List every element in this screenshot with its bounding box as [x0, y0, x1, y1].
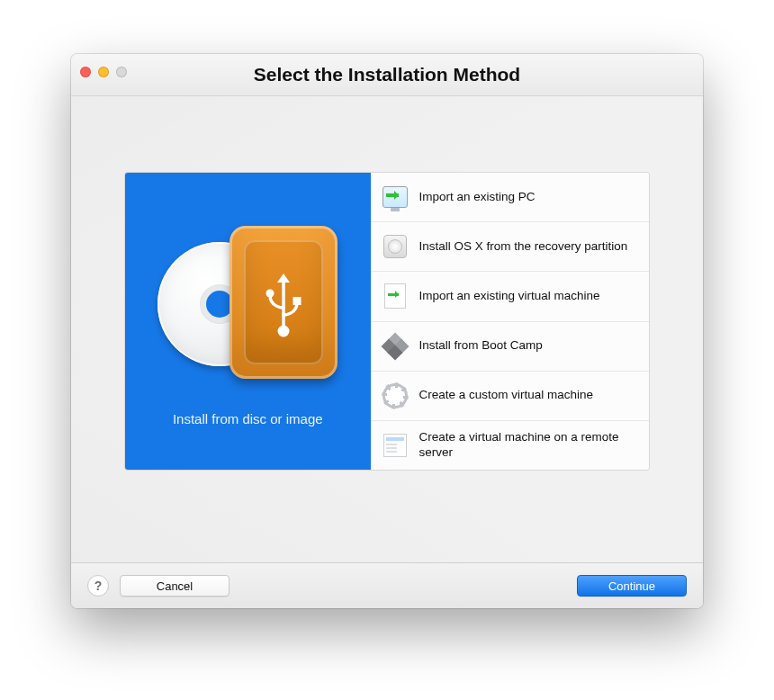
document-import-icon [382, 283, 409, 310]
monitor-import-icon [382, 184, 409, 211]
server-document-icon [382, 432, 409, 459]
content-area: Install from disc or image Import an exi… [71, 96, 703, 562]
option-boot-camp[interactable]: Install from Boot Camp [371, 322, 650, 372]
minimize-window-button[interactable] [98, 67, 109, 77]
svg-point-3 [278, 325, 290, 337]
option-remote-vm[interactable]: Create a virtual machine on a remote ser… [371, 421, 650, 470]
option-remote-vm-label: Create a virtual machine on a remote ser… [419, 430, 639, 461]
zoom-window-button[interactable] [116, 67, 127, 77]
window-controls [80, 67, 127, 77]
option-custom-vm[interactable]: Create a custom virtual machine [371, 372, 650, 421]
option-install-from-disc[interactable]: Install from disc or image [125, 173, 371, 470]
option-import-pc-label: Import an existing PC [419, 190, 536, 205]
option-install-from-disc-label: Install from disc or image [173, 411, 323, 426]
hard-drive-icon [382, 233, 409, 260]
svg-point-1 [266, 289, 274, 297]
footer-bar: ? Cancel Continue [71, 562, 703, 608]
option-install-recovery[interactable]: Install OS X from the recovery partition [371, 222, 650, 272]
option-import-vm[interactable]: Import an existing virtual machine [371, 272, 650, 321]
installer-window: Select the Installation Method [71, 54, 703, 608]
continue-button[interactable]: Continue [577, 575, 687, 597]
method-panel: Install from disc or image Import an exi… [125, 173, 649, 470]
window-title: Select the Installation Method [254, 64, 520, 85]
disc-usb-illustration [158, 217, 338, 388]
usb-trident-icon [261, 266, 306, 338]
options-list: Import an existing PC Install OS X from … [371, 173, 650, 470]
option-import-pc[interactable]: Import an existing PC [371, 173, 650, 222]
svg-rect-2 [293, 297, 302, 305]
gear-icon [382, 382, 409, 409]
option-boot-camp-label: Install from Boot Camp [419, 338, 543, 354]
titlebar: Select the Installation Method [71, 54, 703, 96]
option-import-vm-label: Import an existing virtual machine [419, 289, 600, 304]
cancel-button[interactable]: Cancel [120, 575, 230, 597]
help-button[interactable]: ? [87, 575, 109, 597]
option-custom-vm-label: Create a custom virtual machine [419, 388, 594, 403]
close-window-button[interactable] [80, 67, 91, 77]
usb-drive-icon [230, 226, 338, 379]
boot-camp-icon [382, 333, 409, 360]
option-install-recovery-label: Install OS X from the recovery partition [419, 239, 628, 255]
